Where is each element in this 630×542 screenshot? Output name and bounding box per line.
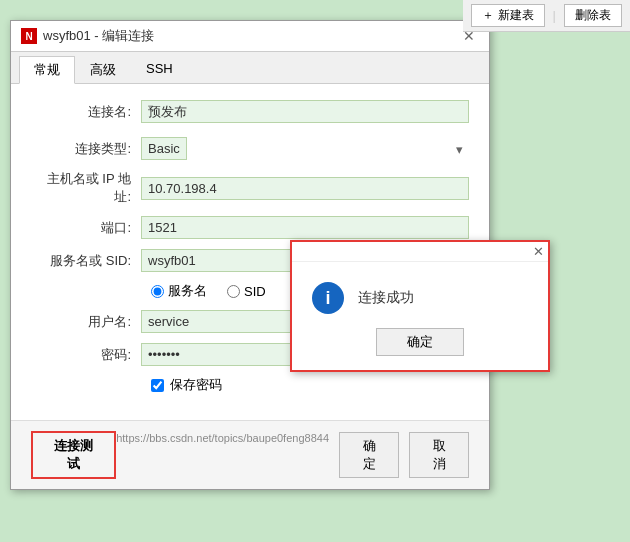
- tab-ssh[interactable]: SSH: [131, 56, 188, 83]
- conn-type-label: 连接类型:: [31, 140, 141, 158]
- popup-ok-button[interactable]: 确定: [376, 328, 464, 356]
- test-connection-button[interactable]: 连接测试: [31, 431, 116, 479]
- dialog-titlebar: N wsyfb01 - 编辑连接 ✕: [11, 21, 489, 52]
- conn-name-input[interactable]: [141, 100, 469, 123]
- save-password-checkbox[interactable]: [151, 379, 164, 392]
- tab-general[interactable]: 常规: [19, 56, 75, 84]
- conn-type-row: 连接类型: Basic: [31, 137, 469, 160]
- conn-type-select[interactable]: Basic: [141, 137, 187, 160]
- port-label: 端口:: [31, 219, 141, 237]
- delete-table-label: 删除表: [575, 7, 611, 24]
- radio-service[interactable]: [151, 285, 164, 298]
- radio-group: 服务名 SID: [151, 282, 266, 300]
- popup-message: 连接成功: [358, 289, 414, 307]
- conn-name-row: 连接名:: [31, 100, 469, 123]
- footer-left: 连接测试: [31, 431, 116, 479]
- footer-right: https://bbs.csdn.net/topics/baupe0feng88…: [116, 432, 469, 478]
- title-left: N wsyfb01 - 编辑连接: [21, 27, 154, 45]
- new-table-icon: ＋: [482, 7, 494, 24]
- host-label: 主机名或 IP 地址:: [31, 170, 141, 206]
- cancel-button[interactable]: 取消: [409, 432, 469, 478]
- ok-button[interactable]: 确定: [339, 432, 399, 478]
- dialog-footer: 连接测试 https://bbs.csdn.net/topics/baupe0f…: [11, 420, 489, 489]
- username-label: 用户名:: [31, 313, 141, 331]
- popup-close-button[interactable]: ✕: [533, 244, 544, 259]
- conn-name-label: 连接名:: [31, 103, 141, 121]
- tab-advanced[interactable]: 高级: [75, 56, 131, 83]
- popup-titlebar: ✕: [292, 242, 548, 262]
- save-password-label[interactable]: 保存密码: [151, 376, 222, 394]
- port-row: 端口:: [31, 216, 469, 239]
- app-icon: N: [21, 28, 37, 44]
- delete-table-button[interactable]: 删除表: [564, 4, 622, 27]
- tab-bar: 常规 高级 SSH: [11, 52, 489, 84]
- new-table-button[interactable]: ＋ 新建表: [471, 4, 545, 27]
- host-input[interactable]: [141, 177, 469, 200]
- info-icon: i: [312, 282, 344, 314]
- popup-footer: 确定: [292, 328, 548, 370]
- conn-type-select-wrapper: Basic: [141, 137, 469, 160]
- radio-sid[interactable]: [227, 285, 240, 298]
- dialog-title: wsyfb01 - 编辑连接: [43, 27, 154, 45]
- popup-body: i 连接成功: [292, 262, 548, 328]
- divider: |: [553, 8, 556, 23]
- save-password-row: 保存密码: [151, 376, 469, 394]
- watermark-text: https://bbs.csdn.net/topics/baupe0feng88…: [116, 432, 329, 478]
- host-row: 主机名或 IP 地址:: [31, 170, 469, 206]
- success-popup: ✕ i 连接成功 确定: [290, 240, 550, 372]
- service-label: 服务名或 SID:: [31, 252, 141, 270]
- radio-sid-label[interactable]: SID: [227, 284, 266, 299]
- port-input[interactable]: [141, 216, 469, 239]
- top-bar: ＋ 新建表 | 删除表: [463, 0, 630, 32]
- password-label: 密码:: [31, 346, 141, 364]
- radio-service-label[interactable]: 服务名: [151, 282, 207, 300]
